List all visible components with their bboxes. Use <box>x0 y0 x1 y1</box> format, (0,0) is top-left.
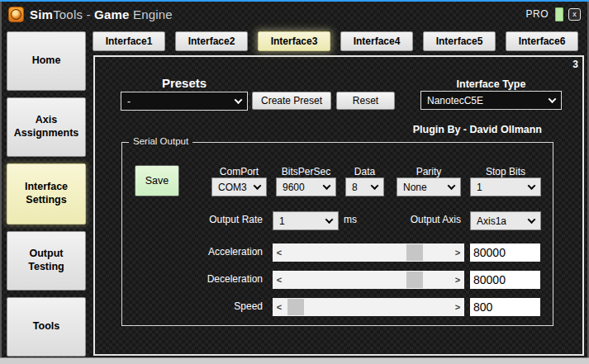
chevron-down-icon <box>325 215 334 224</box>
speed-input[interactable] <box>470 298 540 316</box>
window-title: SimTools - Game Engine <box>30 7 173 21</box>
window-bottom-edge <box>0 357 589 364</box>
speed-slider[interactable]: < > <box>273 298 464 316</box>
comport-select[interactable]: COM3 <box>211 177 267 196</box>
output-rate-label: Output Rate <box>190 214 263 225</box>
comport-value: COM3 <box>218 182 254 193</box>
output-rate-select[interactable]: 1 <box>273 211 339 230</box>
deceleration-input[interactable] <box>470 271 540 289</box>
parity-select[interactable]: None <box>397 177 461 196</box>
title-sim: Sim <box>30 7 53 21</box>
bitspersec-value: 9600 <box>283 182 324 193</box>
chevron-down-icon <box>448 182 456 190</box>
databits-select[interactable]: 8 <box>345 177 384 196</box>
slider-right-arrow-icon[interactable]: > <box>451 243 464 262</box>
chevron-down-icon <box>528 182 536 190</box>
acceleration-label: Acceleration <box>157 246 263 258</box>
create-preset-button[interactable]: Create Preset <box>252 92 331 110</box>
tab-interface2[interactable]: Interface2 <box>175 31 248 51</box>
stopbits-value: 1 <box>477 182 529 193</box>
presets-label: Presets <box>121 76 248 90</box>
chevron-down-icon <box>235 96 243 104</box>
deceleration-label: Deceleration <box>157 273 263 285</box>
close-button[interactable]: x <box>568 8 581 21</box>
tab-interface3[interactable]: Interface3 <box>258 31 330 51</box>
interface-type-select[interactable]: NanotecC5E <box>420 91 562 110</box>
slider-right-arrow-icon[interactable]: > <box>451 271 464 289</box>
slider-left-arrow-icon[interactable]: < <box>273 271 286 289</box>
tab-interface4[interactable]: Interface4 <box>340 31 413 51</box>
parity-label: Parity <box>397 166 461 177</box>
databits-value: 8 <box>352 182 372 193</box>
acceleration-slider[interactable]: < > <box>273 243 464 262</box>
sidebar-item-output-testing[interactable]: Output Testing <box>7 231 86 291</box>
save-button[interactable]: Save <box>135 165 179 196</box>
logo-orb-icon <box>11 9 21 20</box>
tab-interface6[interactable]: Interface6 <box>506 31 578 51</box>
slider-thumb[interactable] <box>406 272 423 288</box>
titlebar: SimTools - Game Engine PRO x <box>0 2 589 26</box>
title-game: Game <box>94 7 130 21</box>
speed-label: Speed <box>157 300 263 312</box>
output-axis-label: Output Axis <box>387 214 461 225</box>
stopbits-label: Stop Bits <box>470 166 541 177</box>
plugin-author-label: Plugin By - David Ollmann <box>377 124 542 135</box>
output-rate-value: 1 <box>279 215 326 227</box>
chevron-down-icon <box>371 182 379 190</box>
parity-value: None <box>403 182 449 193</box>
minimize-button[interactable] <box>555 7 563 21</box>
app-window: SimTools - Game Engine PRO x Interface1 … <box>0 0 589 364</box>
bitspersec-select[interactable]: 9600 <box>276 177 336 196</box>
slider-thumb[interactable] <box>406 244 423 261</box>
slider-track[interactable] <box>286 243 451 262</box>
reset-button[interactable]: Reset <box>336 92 395 110</box>
tab-interface5[interactable]: Interface5 <box>423 31 496 51</box>
slider-left-arrow-icon[interactable]: < <box>273 298 286 316</box>
output-axis-value: Axis1a <box>477 215 529 227</box>
acceleration-input[interactable] <box>470 243 540 262</box>
interface-type-value: NanotecC5E <box>427 95 549 106</box>
slider-left-arrow-icon[interactable]: < <box>273 243 286 262</box>
sidebar-item-interface-settings[interactable]: Interface Settings <box>7 163 86 225</box>
slider-thumb[interactable] <box>287 299 304 315</box>
sidebar-item-tools[interactable]: Tools <box>7 297 86 357</box>
interface-number: 3 <box>563 59 578 70</box>
title-engine: Engine <box>130 7 173 21</box>
pro-badge: PRO <box>525 8 549 20</box>
stopbits-select[interactable]: 1 <box>470 177 541 196</box>
output-rate-unit: ms <box>344 214 368 225</box>
slider-track[interactable] <box>286 298 451 316</box>
simtools-logo-icon <box>8 7 24 22</box>
presets-select[interactable]: - <box>121 92 248 111</box>
chevron-down-icon <box>549 95 557 103</box>
presets-value: - <box>127 96 235 107</box>
serial-output-group-label: Serial Output <box>129 136 192 146</box>
chevron-down-icon <box>254 182 262 190</box>
deceleration-slider[interactable]: < > <box>273 271 464 289</box>
title-tools: Tools - <box>53 7 94 21</box>
sidebar-item-axis-assignments[interactable]: Axis Assignments <box>7 97 86 157</box>
bitspersec-label: BitsPerSec <box>276 166 336 177</box>
interface-type-label: Interface Type <box>420 78 562 90</box>
slider-right-arrow-icon[interactable]: > <box>451 298 464 316</box>
sidebar-item-home[interactable]: Home <box>7 31 86 91</box>
slider-track[interactable] <box>286 271 451 289</box>
tab-interface1[interactable]: Interface1 <box>93 31 165 51</box>
chevron-down-icon <box>528 215 536 224</box>
output-axis-select[interactable]: Axis1a <box>470 211 541 230</box>
chevron-down-icon <box>323 182 331 190</box>
comport-label: ComPort <box>211 166 267 177</box>
window-left-edge <box>0 2 2 364</box>
